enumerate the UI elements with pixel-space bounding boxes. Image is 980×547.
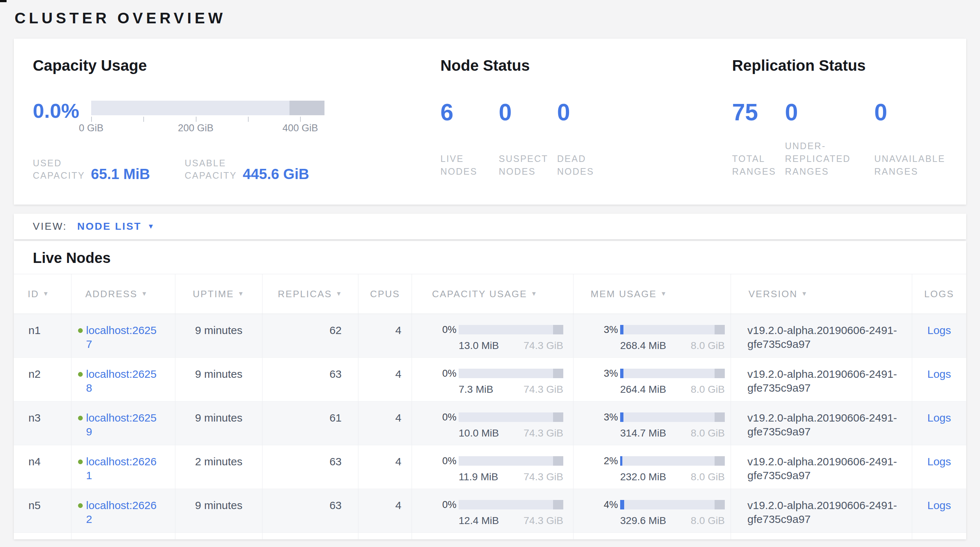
mem-total-value: 8.0 GiB: [691, 514, 725, 528]
capacity-total-value: 74.3 GiB: [523, 426, 563, 440]
suspect-nodes-value: 0: [499, 101, 557, 124]
node-logs-cell: Logs: [912, 489, 966, 533]
table-row: n1 localhost:26257 9 minutes 62 4 0% 13.…: [14, 314, 966, 358]
node-version-cell: v19.2.0-alpha.20190606-2491-gfe735c9a97: [731, 401, 912, 445]
dead-nodes-stat: 0 DEAD NODES: [557, 101, 616, 178]
column-header-cpus: CPUS: [358, 274, 412, 313]
node-replicas-cell: 63: [262, 445, 358, 489]
live-status-dot-icon: [78, 503, 83, 508]
node-cpus-cell: 4: [358, 401, 412, 445]
node-address-link[interactable]: localhost:26257: [86, 323, 158, 351]
summary-card: Capacity Usage 0.0% 0 GiB 200 GiB 400 Gi…: [14, 39, 966, 205]
column-header-logs: LOGS: [912, 274, 966, 313]
live-status-dot-icon: [78, 416, 83, 420]
node-status-heading: Node Status: [441, 57, 732, 75]
column-header-address[interactable]: ADDRESS▼: [72, 274, 175, 313]
mem-total-value: 8.0 GiB: [691, 383, 725, 396]
capacity-bar: [459, 325, 563, 334]
node-address-cell: localhost:26262: [72, 489, 175, 533]
version-text: v19.2.0-alpha.20190606-2491-gfe735c9a97: [748, 411, 912, 439]
node-status-section: Node Status 6 LIVE NODES 0 SUSPECT NODES…: [441, 57, 732, 205]
mem-used-value: 264.4 MiB: [620, 383, 666, 396]
unavailable-ranges-stat: 0 UNAVAILABLE RANGES: [874, 101, 966, 178]
capacity-used-value: 7.3 MiB: [459, 383, 493, 396]
logs-link[interactable]: Logs: [927, 455, 951, 467]
node-logs-cell: Logs: [912, 445, 966, 489]
capacity-axis-ticks: [91, 116, 325, 122]
live-nodes-label: LIVE NODES: [441, 153, 499, 178]
node-cpus-cell: 4: [358, 314, 412, 357]
replication-status-heading: Replication Status: [732, 57, 966, 75]
tick-label-0: 0 GiB: [79, 122, 103, 134]
column-header-id[interactable]: ID▼: [14, 274, 72, 313]
node-version-cell: v19.2.0-alpha.20190606-2491-gfe735c9a97: [731, 445, 912, 489]
node-address-link[interactable]: localhost:26259: [86, 411, 158, 439]
mem-used-value: 314.7 MiB: [620, 426, 666, 440]
logs-link[interactable]: Logs: [927, 412, 951, 424]
capacity-total-value: 74.3 GiB: [523, 514, 563, 528]
dead-nodes-value: 0: [557, 101, 616, 124]
live-nodes-card: Live Nodes ID▼ ADDRESS▼ UPTIME▼ REPLICAS…: [14, 241, 966, 539]
table-row: n5 localhost:26262 9 minutes 63 4 0% 12.…: [14, 489, 966, 533]
page-title: CLUSTER OVERVIEW: [0, 0, 980, 27]
sort-arrow-icon: ▼: [141, 290, 148, 297]
logs-link[interactable]: Logs: [927, 499, 951, 511]
suspect-nodes-label: SUSPECT NODES: [499, 153, 557, 178]
live-status-dot-icon: [78, 460, 83, 464]
capacity-used-value: 13.0 MiB: [459, 339, 499, 353]
mem-bar: [620, 369, 725, 378]
chevron-down-icon[interactable]: ▼: [147, 223, 154, 231]
version-text: v19.2.0-alpha.20190606-2491-gfe735c9a97: [748, 498, 912, 526]
view-dropdown[interactable]: NODE LIST: [77, 221, 142, 232]
live-nodes-value: 6: [441, 101, 499, 124]
tick-label-400: 400 GiB: [283, 122, 318, 134]
sort-arrow-icon: ▼: [43, 290, 49, 297]
used-capacity-label: USED CAPACITY: [33, 157, 85, 181]
used-capacity-value: 65.1 MiB: [91, 166, 150, 182]
node-id-cell: n3: [14, 401, 72, 445]
table-row: n4 localhost:26261 2 minutes 63 4 0% 11.…: [14, 445, 966, 489]
table-body: n1 localhost:26257 9 minutes 62 4 0% 13.…: [14, 314, 966, 539]
capacity-bar: [459, 412, 563, 422]
logs-link[interactable]: Logs: [927, 368, 951, 380]
sort-arrow-icon: ▼: [531, 290, 538, 297]
version-text: v19.2.0-alpha.20190606-2491-gfe735c9a97: [748, 323, 912, 351]
column-header-capacity-usage[interactable]: CAPACITY USAGE▼: [412, 274, 573, 313]
table-row: n2 localhost:26258 9 minutes 63 4 0% 7.3…: [14, 358, 966, 401]
mem-percent: 3%: [603, 410, 618, 424]
node-address-link[interactable]: localhost:26262: [86, 498, 158, 526]
under-replicated-ranges-label: UNDER-REPLICATED RANGES: [785, 140, 874, 178]
capacity-axis-labels: 0 GiB 200 GiB 400 GiB: [91, 122, 325, 134]
column-header-replicas[interactable]: REPLICAS▼: [262, 274, 358, 313]
under-replicated-ranges-stat: 0 UNDER-REPLICATED RANGES: [785, 101, 874, 178]
node-logs-cell: Logs: [912, 358, 966, 401]
mem-percent: 3%: [603, 323, 618, 337]
column-header-uptime[interactable]: UPTIME▼: [175, 274, 262, 313]
capacity-bar: [459, 369, 563, 378]
logs-link[interactable]: Logs: [927, 324, 951, 336]
capacity-used-value: 12.4 MiB: [459, 514, 499, 528]
total-ranges-stat: 75 TOTAL RANGES: [732, 101, 785, 178]
view-label: VIEW:: [33, 221, 67, 232]
table-row-partial: [14, 533, 966, 539]
node-id-cell: n1: [14, 314, 72, 357]
node-address-link[interactable]: localhost:26261: [86, 455, 158, 482]
under-replicated-ranges-value: 0: [785, 101, 874, 124]
capacity-total-value: 74.3 GiB: [523, 339, 563, 353]
mem-used-value: 268.4 MiB: [620, 339, 666, 353]
node-replicas-cell: 63: [262, 358, 358, 401]
capacity-percent: 0%: [441, 366, 457, 380]
node-uptime-cell: 9 minutes: [175, 314, 262, 357]
mem-percent: 3%: [603, 366, 618, 380]
node-address-link[interactable]: localhost:26258: [86, 367, 158, 395]
tick-label-200: 200 GiB: [178, 122, 214, 134]
unavailable-ranges-value: 0: [874, 101, 966, 124]
node-mem-usage-cell: 4% 329.6 MiB 8.0 GiB: [573, 489, 731, 533]
column-header-mem-usage[interactable]: MEM USAGE▼: [573, 274, 731, 313]
node-uptime-cell: 9 minutes: [175, 401, 262, 445]
column-header-version[interactable]: VERSION▼: [731, 274, 912, 313]
node-id-cell: n4: [14, 445, 72, 489]
mem-bar: [620, 412, 725, 422]
capacity-used-value: 10.0 MiB: [459, 426, 499, 440]
version-text: v19.2.0-alpha.20190606-2491-gfe735c9a97: [748, 367, 912, 395]
